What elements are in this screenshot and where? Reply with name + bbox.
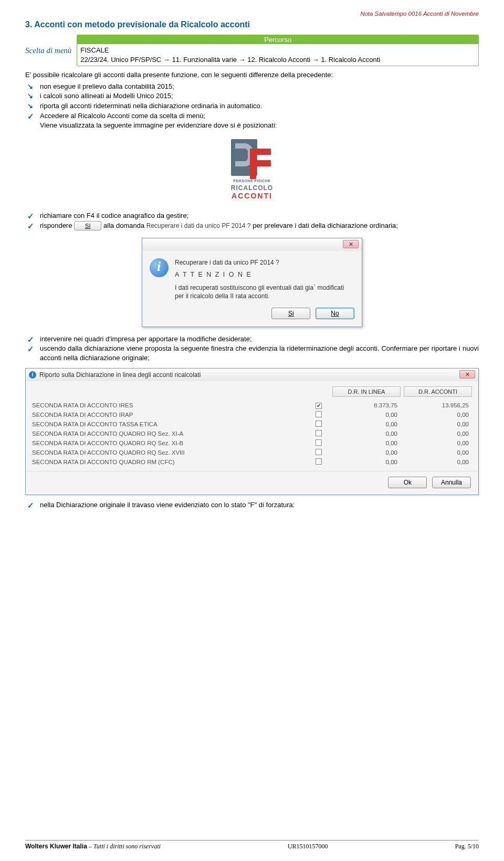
row-label: SECONDA RATA DI ACCONTO IRAP [32, 412, 308, 418]
arrow-item: i calcoli sono allineati ai Modelli Unic… [36, 91, 479, 101]
percorso-box: Percorso FISCALE 22/23/24. Unico PF/SP/S… [77, 35, 479, 66]
checkbox[interactable] [316, 458, 322, 465]
text: per prelevare i dati della dichiarazione… [253, 222, 398, 229]
info-icon [150, 258, 169, 277]
close-icon[interactable]: ✕ [343, 240, 359, 248]
text: alla domanda [103, 222, 146, 229]
row-label: SECONDA RATA DI ACCONTO IRES [32, 402, 308, 408]
column-headers: D.R. IN LINEA D.R. ACCONTI [26, 381, 478, 400]
dialog2-title: Riporto sulla Dichiarazione in linea deg… [39, 371, 201, 379]
percorso-header: Percorso [77, 35, 478, 44]
checkbox[interactable] [316, 439, 322, 446]
checkbox[interactable] [316, 421, 322, 427]
table-row: SECONDA RATA DI ACCONTO IRAP0,000,00 [32, 410, 472, 419]
close-icon[interactable]: ✕ [459, 370, 475, 379]
table-row: SECONDA RATA DI ACCONTO QUADRO RQ Sez. X… [32, 438, 472, 448]
dialog-question: Recuperare i dati da unico PF 2014 ? [175, 258, 354, 267]
row-label: SECONDA RATA DI ACCONTO QUADRO RQ Sez. X… [32, 449, 308, 456]
row-value-linea: 0,00 [332, 449, 401, 456]
check-line: Accedere al Ricalcolo Acconti come da sc… [40, 112, 205, 120]
row-value-linea: 0,00 [332, 430, 401, 437]
table-row: SECONDA RATA DI ACCONTO QUADRO RM (CFC)0… [32, 457, 472, 467]
table-row: SECONDA RATA DI ACCONTO QUADRO RQ Sez. X… [32, 429, 472, 438]
row-value-linea: 8.373,75 [332, 402, 401, 408]
dialog-recuperare: ✕ Recuperare i dati da unico PF 2014 ? A… [142, 238, 362, 327]
dialog-buttons: Si No [142, 303, 362, 327]
check-item: richiamare con F4 il codice anagrafico d… [36, 211, 479, 220]
row-checkbox-cell [308, 421, 329, 428]
footer-code: UR1510157000 [288, 843, 328, 850]
no-label: No [331, 310, 339, 317]
check-list-3: intervenire nei quadri d'impresa per app… [25, 334, 479, 363]
row-value-acconti: 0,00 [404, 421, 472, 427]
row-value-linea: 0,00 [332, 459, 401, 465]
row-value-acconti: 0,00 [404, 440, 472, 446]
logo-text-1: PERSONE FISICHE [215, 179, 289, 183]
check-item: uscendo dalla dichiarazione viene propos… [36, 344, 479, 362]
row-value-linea: 0,00 [332, 421, 401, 427]
check-line: Viene visualizzata la seguente immagine … [40, 121, 277, 129]
arrow-item: non esegue il prelievo dalla contabilità… [36, 82, 479, 91]
check-item: nella Dichiarazione originale il travaso… [36, 500, 479, 510]
dialog2-buttons: Ok Annulla [26, 471, 478, 495]
row-checkbox-cell [308, 449, 329, 456]
arrow-item: riporta gli acconti rideterminati nella … [36, 101, 479, 111]
check-item: rispondere Sì alla domanda Recuperare i … [36, 221, 479, 231]
footer-rights: – Tutti i diritti sono riservati [87, 843, 161, 850]
dialog-riporto: i Riporto sulla Dichiarazione in linea d… [25, 368, 479, 495]
check-item: intervenire nei quadri d'impresa per app… [36, 334, 479, 344]
row-value-linea: 0,00 [332, 412, 401, 418]
dialog-body-text: I dati recuperati sostituiscono gli even… [175, 284, 354, 300]
info-icon: i [29, 371, 36, 379]
checkbox[interactable] [316, 411, 322, 417]
si-label: Si [288, 310, 294, 317]
row-value-acconti: 0,00 [404, 459, 472, 465]
dialog2-titlebar: i Riporto sulla Dichiarazione in linea d… [26, 369, 478, 381]
col-header-linea: D.R. IN LINEA [332, 386, 401, 397]
row-checkbox-cell: ✔ [308, 402, 329, 409]
percorso-body: FISCALE 22/23/24. Unico PF/SP/SC → 11. F… [77, 44, 478, 66]
row-checkbox-cell [308, 439, 329, 447]
inline-question: Recuperare i dati da unico PF 2014 ? [146, 222, 251, 229]
intro-paragraph: E' possibile ricalcolare gli acconti dal… [25, 70, 479, 80]
checkbox[interactable] [316, 430, 322, 436]
pf-logo: PERSONE FISICHE RICALCOLO ACCONTI [215, 139, 289, 202]
row-value-acconti: 0,00 [404, 449, 472, 456]
logo-text-2: RICALCOLO [215, 184, 289, 192]
col-header-acconti: D.R. ACCONTI [404, 386, 472, 397]
menu-label: Scelta di menù [25, 35, 71, 55]
row-checkbox-cell [308, 458, 329, 466]
dialog-body: Recuperare i dati da unico PF 2014 ? A T… [142, 251, 362, 303]
percorso-line1: FISCALE [80, 46, 475, 55]
table-row: SECONDA RATA DI ACCONTO IRES✔8.373,7513.… [32, 401, 472, 410]
dialog-titlebar: ✕ [142, 238, 362, 251]
si-button-inline[interactable]: Sì [74, 221, 101, 230]
dialog-message: Recuperare i dati da unico PF 2014 ? A T… [175, 258, 354, 300]
header-note: Nota Salvatempo 0016 Acconti di Novembre [25, 10, 479, 17]
ok-button[interactable]: Ok [388, 477, 427, 488]
menu-row: Scelta di menù Percorso FISCALE 22/23/24… [25, 35, 479, 66]
row-label: SECONDA RATA DI ACCONTO QUADRO RM (CFC) [32, 459, 308, 465]
footer-left: Wolters Kluwer Italia – Tutti i diritti … [25, 843, 161, 850]
text: rispondere [40, 222, 74, 229]
percorso-line2: 22/23/24. Unico PF/SP/SC → 11. Funzional… [80, 55, 475, 65]
no-button[interactable]: No [316, 308, 354, 319]
check-list-2: richiamare con F4 il codice anagrafico d… [25, 211, 479, 230]
logo-text-3: ACCONTI [215, 192, 289, 200]
row-value-acconti: 0,00 [404, 430, 472, 437]
checkbox[interactable]: ✔ [316, 403, 322, 409]
checkbox[interactable] [316, 449, 322, 455]
dialog-attention: A T T E N Z I O N E [175, 270, 354, 279]
table-row: SECONDA RATA DI ACCONTO QUADRO RQ Sez. X… [32, 448, 472, 457]
annulla-button[interactable]: Annulla [432, 477, 471, 488]
pf-logo-block: PERSONE FISICHE RICALCOLO ACCONTI [25, 139, 479, 204]
row-label: SECONDA RATA DI ACCONTO TASSA ETICA [32, 421, 308, 427]
check-list-1: Accedere al Ricalcolo Acconti come da sc… [25, 111, 479, 130]
table-rows: SECONDA RATA DI ACCONTO IRES✔8.373,7513.… [26, 400, 478, 468]
row-value-acconti: 0,00 [404, 412, 472, 418]
table-row: SECONDA RATA DI ACCONTO TASSA ETICA0,000… [32, 419, 472, 429]
row-value-linea: 0,00 [332, 440, 401, 446]
row-checkbox-cell [308, 411, 329, 418]
row-label: SECONDA RATA DI ACCONTO QUADRO RQ Sez. X… [32, 440, 308, 446]
si-button[interactable]: Si [271, 308, 310, 319]
